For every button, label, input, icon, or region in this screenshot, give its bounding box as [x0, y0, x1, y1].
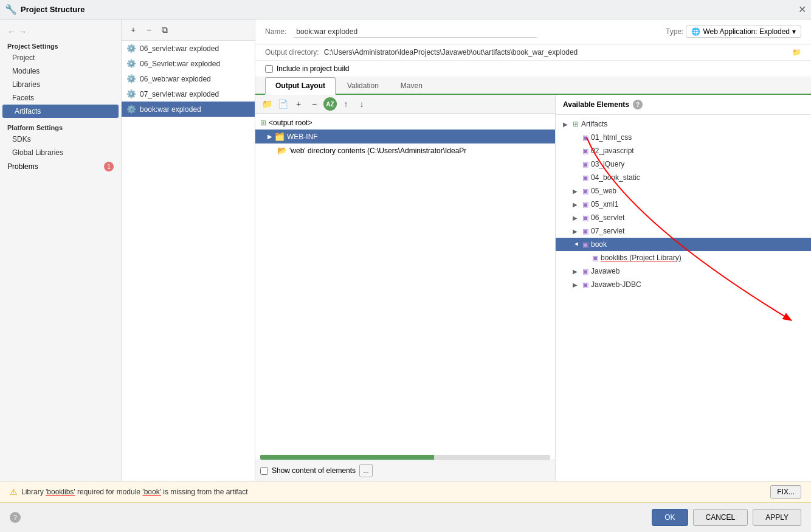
artifact-list: ⚙️ 06_servlet:war exploded ⚙️ 06_Sevrlet… [122, 41, 255, 481]
panels-row: 📁 📄 + − AZ ↑ ↓ ⊞ <output root> ▶ 🗂️ [255, 95, 811, 481]
module-icon-05-web: ▣ [582, 187, 588, 195]
web-inf-label: WEB-INF [287, 133, 318, 141]
nav-back-icon[interactable]: ← [7, 27, 16, 36]
main-header: Name: book:war exploded Type: 🌐 Web Appl… [255, 19, 811, 44]
artifact-icon: ⚙️ [126, 105, 136, 114]
available-elements-title: Available Elements [563, 100, 629, 109]
artifact-item-06-servlet[interactable]: ⚙️ 06_servlet:war exploded [122, 41, 255, 56]
add-folder-button[interactable]: 📁 [260, 97, 274, 111]
close-icon[interactable]: ✕ [798, 4, 806, 15]
remove-element-button[interactable]: − [308, 97, 321, 111]
avail-item-04-book-static[interactable]: ▣ 04_book_static [556, 171, 811, 184]
tab-output-layout[interactable]: Output Layout [265, 77, 336, 95]
sidebar-item-libraries[interactable]: Libraries [0, 78, 121, 91]
avail-item-booklibs[interactable]: ▣ booklibs (Project Library) [556, 251, 811, 264]
expand-icon: ▶ [563, 121, 570, 128]
show-content-checkbox[interactable] [260, 467, 268, 475]
help-bottom-icon[interactable]: ? [10, 512, 21, 523]
sidebar-item-project[interactable]: Project [0, 51, 121, 64]
type-dropdown[interactable]: 🌐 Web Application: Exploded ▾ [686, 26, 801, 38]
warning-message: Library 'booklibs' required for module '… [21, 488, 248, 496]
ok-button[interactable]: OK [652, 509, 688, 526]
sidebar-item-facets[interactable]: Facets [0, 91, 121, 105]
move-down-button[interactable]: ↓ [355, 97, 368, 111]
copy-artifact-button[interactable]: ⧉ [158, 23, 171, 36]
more-options-button[interactable]: ... [359, 464, 373, 477]
dropdown-arrow-icon: ▾ [792, 27, 796, 36]
avail-item-javaweb[interactable]: ▶ ▣ Javaweb [556, 264, 811, 278]
include-build-checkbox[interactable] [265, 65, 273, 73]
avail-item-07-servlet[interactable]: ▶ ▣ 07_servlet [556, 224, 811, 238]
avail-item-05-xml1[interactable]: ▶ ▣ 05_xml1 [556, 198, 811, 211]
main-panel: Name: book:war exploded Type: 🌐 Web Appl… [255, 19, 811, 481]
output-root-label: <output root> [269, 119, 312, 127]
avail-item-02-javascript[interactable]: ▣ 02_javascript [556, 144, 811, 157]
add-artifact-button[interactable]: + [126, 23, 140, 36]
name-value: book:war exploded [294, 26, 537, 38]
type-icon: 🌐 [691, 27, 700, 36]
sidebar-item-artifacts[interactable]: Artifacts [2, 105, 119, 118]
avail-item-01-html-css[interactable]: ▣ 01_html_css [556, 131, 811, 144]
folder-green-icon: 📂 [277, 146, 287, 155]
sidebar: ← → Project Settings Project Modules Lib… [0, 19, 122, 481]
tree-item-web-dir[interactable]: 📂 'web' directory contents (C:\Users\Adm… [255, 143, 555, 157]
help-icon[interactable]: ? [633, 100, 643, 109]
tabs-row: Output Layout Validation Maven [255, 77, 811, 95]
module-icon-01: ▣ [582, 134, 588, 142]
show-content-label[interactable]: Show content of elements [272, 466, 356, 475]
available-elements-header: Available Elements ? [556, 95, 811, 115]
module-icon-03: ▣ [582, 161, 588, 168]
include-build-label[interactable]: Include in project build [277, 64, 349, 73]
tree-item-web-inf[interactable]: ▶ 🗂️ WEB-INF [255, 130, 555, 143]
type-area: Type: 🌐 Web Application: Exploded ▾ [666, 26, 801, 38]
sort-button[interactable]: AZ [323, 97, 337, 111]
available-tree: ▶ ⊞ Artifacts ▣ 01_html_css ▣ 02_javascr… [556, 115, 811, 481]
avail-item-06-servlet[interactable]: ▶ ▣ 06_servlet [556, 211, 811, 224]
cancel-button[interactable]: CANCEL [693, 509, 748, 526]
add-file-button[interactable]: 📄 [276, 97, 289, 111]
name-label: Name: [265, 27, 286, 36]
browse-folder-button[interactable]: 📁 [792, 48, 801, 57]
add-element-button[interactable]: + [292, 97, 305, 111]
folder-dark-icon: 🗂️ [275, 132, 285, 141]
bottom-bar: ⚠ Library 'booklibs' required for module… [0, 481, 811, 532]
booklibs-label: booklibs (Project Library) [601, 254, 682, 262]
avail-item-javaweb-jdbc[interactable]: ▶ ▣ Javaweb-JDBC [556, 278, 811, 291]
sidebar-item-problems[interactable]: Problems 1 [0, 159, 121, 174]
avail-item-book[interactable]: ▼ ▣ book [556, 238, 811, 251]
show-content-row: Show content of elements ... [255, 460, 555, 481]
module-icon-javaweb: ▣ [582, 268, 588, 275]
remove-artifact-button[interactable]: − [142, 23, 156, 36]
artifact-item-book-war[interactable]: ⚙️ book:war exploded [122, 102, 255, 117]
type-value: Web Application: Exploded [703, 27, 790, 36]
artifact-item-06-web[interactable]: ⚙️ 06_web:war exploded [122, 71, 255, 86]
sidebar-item-modules[interactable]: Modules [0, 64, 121, 78]
tab-maven[interactable]: Maven [390, 77, 433, 94]
output-layout-toolbar: 📁 📄 + − AZ ↑ ↓ [255, 95, 555, 114]
output-root-icon: ⊞ [260, 119, 266, 127]
avail-item-artifacts[interactable]: ▶ ⊞ Artifacts [556, 117, 811, 131]
move-up-button[interactable]: ↑ [339, 97, 353, 111]
apply-button[interactable]: APPLY [753, 509, 801, 526]
output-tree: ⊞ <output root> ▶ 🗂️ WEB-INF 📂 'web' dir… [255, 114, 555, 455]
artifact-item-07-servlet[interactable]: ⚙️ 07_servlet:war exploded [122, 86, 255, 102]
module-icon-booklibs: ▣ [592, 254, 598, 262]
tab-validation[interactable]: Validation [337, 77, 389, 94]
middle-panel: + − ⧉ ⚙️ 06_servlet:war exploded ⚙️ 06_S… [122, 19, 255, 481]
app-icon: 🔧 [5, 4, 17, 15]
window-title: Project Structure [21, 5, 85, 14]
tree-item-output-root[interactable]: ⊞ <output root> [255, 116, 555, 130]
middle-toolbar: + − ⧉ [122, 19, 255, 41]
include-build-row: Include in project build [255, 61, 811, 77]
artifact-item-06-sevrlet[interactable]: ⚙️ 06_Sevrlet:war exploded [122, 56, 255, 71]
module-icon-07-servlet: ▣ [582, 227, 588, 235]
sidebar-item-sdks[interactable]: SDKs [0, 133, 121, 146]
sidebar-item-global-libraries[interactable]: Global Libraries [0, 146, 121, 159]
fix-button[interactable]: FIX... [770, 485, 801, 499]
module-icon-06-servlet: ▣ [582, 214, 588, 222]
nav-forward-icon[interactable]: → [18, 27, 27, 36]
avail-item-03-jquery[interactable]: ▣ 03_jQuery [556, 157, 811, 171]
type-label: Type: [666, 27, 683, 36]
avail-item-05-web[interactable]: ▶ ▣ 05_web [556, 184, 811, 198]
warning-icon: ⚠ [10, 487, 18, 497]
